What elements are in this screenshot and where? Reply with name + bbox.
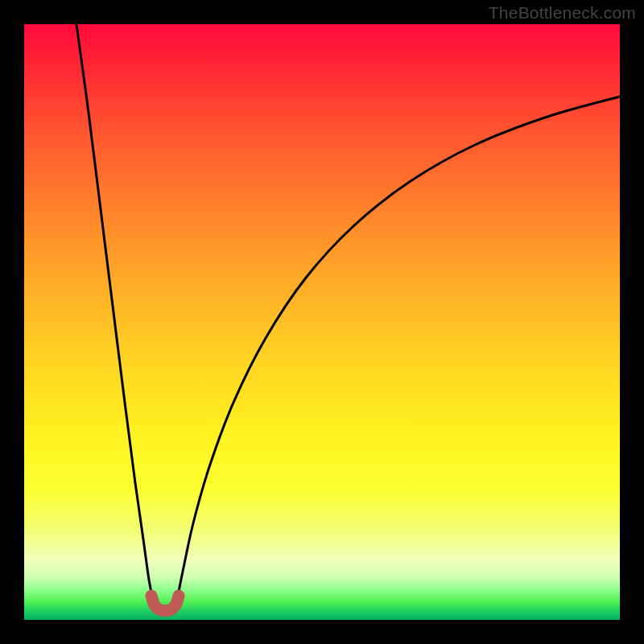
curve-layer	[24, 24, 620, 620]
curve-right	[177, 97, 620, 600]
plot-area	[24, 24, 620, 620]
watermark-text: TheBottleneck.com	[489, 3, 636, 23]
trough-marker	[151, 596, 179, 611]
chart-frame: TheBottleneck.com	[0, 0, 644, 644]
curve-left	[76, 24, 153, 600]
